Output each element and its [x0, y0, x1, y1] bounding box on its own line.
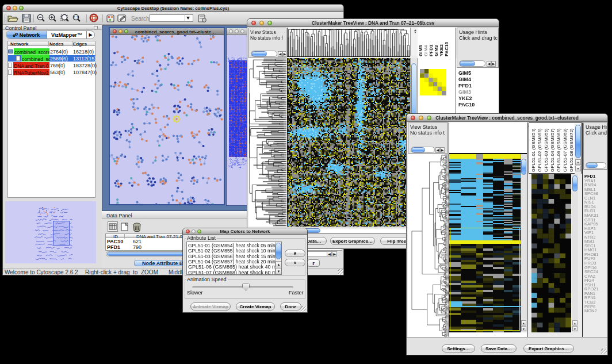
- svg-text:1:1: 1:1: [74, 16, 78, 19]
